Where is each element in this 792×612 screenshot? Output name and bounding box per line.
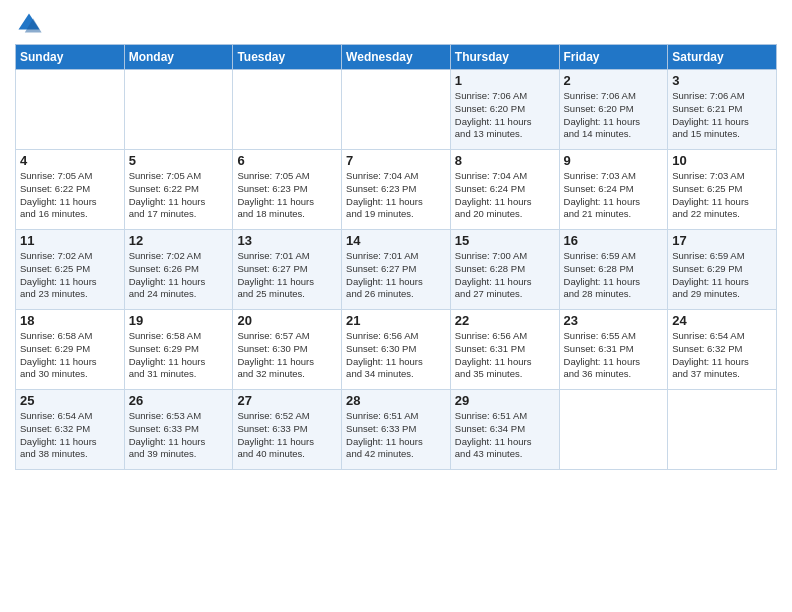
- day-number: 5: [129, 153, 229, 168]
- day-number: 17: [672, 233, 772, 248]
- day-info: Sunrise: 6:55 AM Sunset: 6:31 PM Dayligh…: [564, 330, 664, 381]
- calendar-cell: 25Sunrise: 6:54 AM Sunset: 6:32 PM Dayli…: [16, 390, 125, 470]
- day-info: Sunrise: 7:05 AM Sunset: 6:22 PM Dayligh…: [129, 170, 229, 221]
- calendar-cell: [668, 390, 777, 470]
- day-info: Sunrise: 7:01 AM Sunset: 6:27 PM Dayligh…: [346, 250, 446, 301]
- day-info: Sunrise: 7:04 AM Sunset: 6:23 PM Dayligh…: [346, 170, 446, 221]
- day-number: 3: [672, 73, 772, 88]
- calendar-cell: 7Sunrise: 7:04 AM Sunset: 6:23 PM Daylig…: [342, 150, 451, 230]
- day-number: 27: [237, 393, 337, 408]
- calendar-cell: 3Sunrise: 7:06 AM Sunset: 6:21 PM Daylig…: [668, 70, 777, 150]
- day-number: 2: [564, 73, 664, 88]
- day-number: 21: [346, 313, 446, 328]
- day-number: 16: [564, 233, 664, 248]
- weekday-header-tuesday: Tuesday: [233, 45, 342, 70]
- calendar-cell: 28Sunrise: 6:51 AM Sunset: 6:33 PM Dayli…: [342, 390, 451, 470]
- day-info: Sunrise: 7:01 AM Sunset: 6:27 PM Dayligh…: [237, 250, 337, 301]
- calendar-cell: 10Sunrise: 7:03 AM Sunset: 6:25 PM Dayli…: [668, 150, 777, 230]
- calendar-cell: 14Sunrise: 7:01 AM Sunset: 6:27 PM Dayli…: [342, 230, 451, 310]
- day-number: 20: [237, 313, 337, 328]
- day-number: 22: [455, 313, 555, 328]
- day-info: Sunrise: 7:05 AM Sunset: 6:23 PM Dayligh…: [237, 170, 337, 221]
- calendar-cell: 22Sunrise: 6:56 AM Sunset: 6:31 PM Dayli…: [450, 310, 559, 390]
- calendar-week-row: 11Sunrise: 7:02 AM Sunset: 6:25 PM Dayli…: [16, 230, 777, 310]
- day-number: 9: [564, 153, 664, 168]
- day-info: Sunrise: 7:02 AM Sunset: 6:26 PM Dayligh…: [129, 250, 229, 301]
- calendar-cell: 27Sunrise: 6:52 AM Sunset: 6:33 PM Dayli…: [233, 390, 342, 470]
- calendar-cell: 9Sunrise: 7:03 AM Sunset: 6:24 PM Daylig…: [559, 150, 668, 230]
- day-number: 13: [237, 233, 337, 248]
- calendar-cell: 29Sunrise: 6:51 AM Sunset: 6:34 PM Dayli…: [450, 390, 559, 470]
- calendar-cell: 16Sunrise: 6:59 AM Sunset: 6:28 PM Dayli…: [559, 230, 668, 310]
- day-info: Sunrise: 7:06 AM Sunset: 6:20 PM Dayligh…: [564, 90, 664, 141]
- day-info: Sunrise: 7:06 AM Sunset: 6:20 PM Dayligh…: [455, 90, 555, 141]
- weekday-header-saturday: Saturday: [668, 45, 777, 70]
- calendar-header: SundayMondayTuesdayWednesdayThursdayFrid…: [16, 45, 777, 70]
- calendar-cell: 5Sunrise: 7:05 AM Sunset: 6:22 PM Daylig…: [124, 150, 233, 230]
- calendar-cell: 15Sunrise: 7:00 AM Sunset: 6:28 PM Dayli…: [450, 230, 559, 310]
- day-number: 6: [237, 153, 337, 168]
- day-info: Sunrise: 6:54 AM Sunset: 6:32 PM Dayligh…: [20, 410, 120, 461]
- calendar-week-row: 18Sunrise: 6:58 AM Sunset: 6:29 PM Dayli…: [16, 310, 777, 390]
- calendar-cell: 17Sunrise: 6:59 AM Sunset: 6:29 PM Dayli…: [668, 230, 777, 310]
- day-info: Sunrise: 6:57 AM Sunset: 6:30 PM Dayligh…: [237, 330, 337, 381]
- calendar-cell: 1Sunrise: 7:06 AM Sunset: 6:20 PM Daylig…: [450, 70, 559, 150]
- calendar-cell: 21Sunrise: 6:56 AM Sunset: 6:30 PM Dayli…: [342, 310, 451, 390]
- calendar-cell: [16, 70, 125, 150]
- calendar-cell: 12Sunrise: 7:02 AM Sunset: 6:26 PM Dayli…: [124, 230, 233, 310]
- day-info: Sunrise: 7:06 AM Sunset: 6:21 PM Dayligh…: [672, 90, 772, 141]
- calendar-cell: 20Sunrise: 6:57 AM Sunset: 6:30 PM Dayli…: [233, 310, 342, 390]
- day-info: Sunrise: 6:51 AM Sunset: 6:34 PM Dayligh…: [455, 410, 555, 461]
- day-info: Sunrise: 6:51 AM Sunset: 6:33 PM Dayligh…: [346, 410, 446, 461]
- calendar-cell: 8Sunrise: 7:04 AM Sunset: 6:24 PM Daylig…: [450, 150, 559, 230]
- day-info: Sunrise: 6:56 AM Sunset: 6:30 PM Dayligh…: [346, 330, 446, 381]
- weekday-header-thursday: Thursday: [450, 45, 559, 70]
- calendar-cell: [124, 70, 233, 150]
- day-number: 14: [346, 233, 446, 248]
- day-number: 24: [672, 313, 772, 328]
- day-number: 26: [129, 393, 229, 408]
- day-info: Sunrise: 6:59 AM Sunset: 6:28 PM Dayligh…: [564, 250, 664, 301]
- day-info: Sunrise: 7:05 AM Sunset: 6:22 PM Dayligh…: [20, 170, 120, 221]
- day-number: 19: [129, 313, 229, 328]
- day-number: 1: [455, 73, 555, 88]
- weekday-header-monday: Monday: [124, 45, 233, 70]
- day-number: 12: [129, 233, 229, 248]
- calendar-cell: 2Sunrise: 7:06 AM Sunset: 6:20 PM Daylig…: [559, 70, 668, 150]
- calendar-cell: 26Sunrise: 6:53 AM Sunset: 6:33 PM Dayli…: [124, 390, 233, 470]
- day-info: Sunrise: 7:00 AM Sunset: 6:28 PM Dayligh…: [455, 250, 555, 301]
- calendar-week-row: 1Sunrise: 7:06 AM Sunset: 6:20 PM Daylig…: [16, 70, 777, 150]
- day-info: Sunrise: 6:59 AM Sunset: 6:29 PM Dayligh…: [672, 250, 772, 301]
- calendar-cell: 24Sunrise: 6:54 AM Sunset: 6:32 PM Dayli…: [668, 310, 777, 390]
- calendar-cell: 13Sunrise: 7:01 AM Sunset: 6:27 PM Dayli…: [233, 230, 342, 310]
- day-number: 4: [20, 153, 120, 168]
- day-info: Sunrise: 7:03 AM Sunset: 6:25 PM Dayligh…: [672, 170, 772, 221]
- calendar-body: 1Sunrise: 7:06 AM Sunset: 6:20 PM Daylig…: [16, 70, 777, 470]
- day-number: 7: [346, 153, 446, 168]
- calendar-cell: [559, 390, 668, 470]
- day-number: 28: [346, 393, 446, 408]
- day-info: Sunrise: 6:56 AM Sunset: 6:31 PM Dayligh…: [455, 330, 555, 381]
- weekday-header-friday: Friday: [559, 45, 668, 70]
- day-number: 15: [455, 233, 555, 248]
- day-number: 23: [564, 313, 664, 328]
- day-info: Sunrise: 6:58 AM Sunset: 6:29 PM Dayligh…: [129, 330, 229, 381]
- day-info: Sunrise: 6:58 AM Sunset: 6:29 PM Dayligh…: [20, 330, 120, 381]
- day-number: 25: [20, 393, 120, 408]
- day-info: Sunrise: 6:53 AM Sunset: 6:33 PM Dayligh…: [129, 410, 229, 461]
- day-number: 29: [455, 393, 555, 408]
- logo: [15, 10, 47, 38]
- day-number: 18: [20, 313, 120, 328]
- calendar-cell: 18Sunrise: 6:58 AM Sunset: 6:29 PM Dayli…: [16, 310, 125, 390]
- calendar-week-row: 4Sunrise: 7:05 AM Sunset: 6:22 PM Daylig…: [16, 150, 777, 230]
- logo-icon: [15, 10, 43, 38]
- weekday-header-sunday: Sunday: [16, 45, 125, 70]
- day-info: Sunrise: 7:04 AM Sunset: 6:24 PM Dayligh…: [455, 170, 555, 221]
- calendar-cell: 23Sunrise: 6:55 AM Sunset: 6:31 PM Dayli…: [559, 310, 668, 390]
- calendar-week-row: 25Sunrise: 6:54 AM Sunset: 6:32 PM Dayli…: [16, 390, 777, 470]
- calendar-cell: [233, 70, 342, 150]
- day-number: 8: [455, 153, 555, 168]
- day-number: 10: [672, 153, 772, 168]
- day-info: Sunrise: 7:03 AM Sunset: 6:24 PM Dayligh…: [564, 170, 664, 221]
- day-info: Sunrise: 6:54 AM Sunset: 6:32 PM Dayligh…: [672, 330, 772, 381]
